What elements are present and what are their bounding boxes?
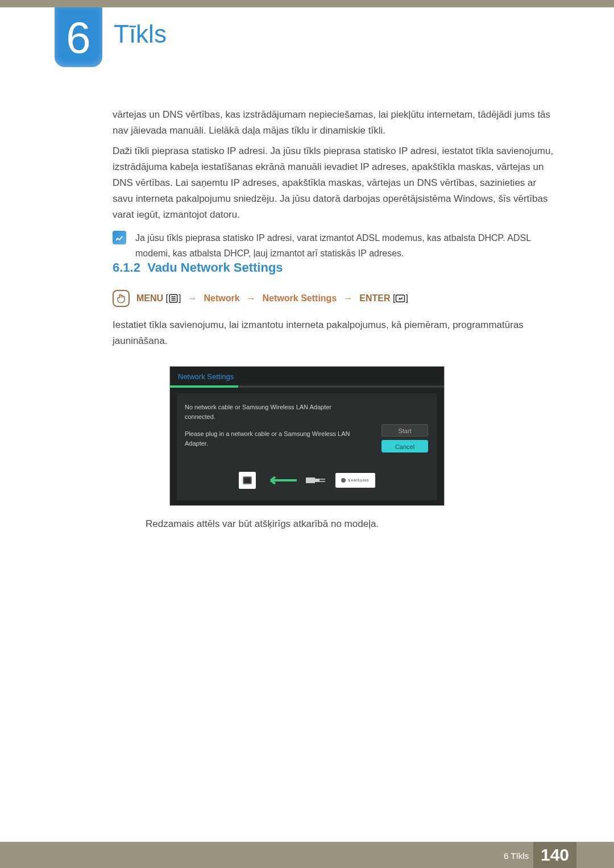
nav-network-settings-label: Network Settings [263, 293, 337, 304]
nav-menu-label: MENU [] [136, 293, 181, 304]
section-number: 6.1.2 [113, 260, 140, 275]
paragraph-1: vārtejas un DNS vērtības, kas izstrādāju… [113, 107, 557, 139]
ns-progress-bar [170, 385, 444, 388]
nav-network-label: Network [204, 293, 239, 304]
wireless-adapter-icon: SAMSUNG [335, 473, 375, 488]
note-text: Ja jūsu tīkls pieprasa statisko IP adres… [135, 231, 557, 261]
network-settings-screenshot: Network Settings No network cable or Sam… [169, 366, 445, 506]
ethernet-port-icon [239, 472, 256, 489]
image-caption: Redzamais attēls var būt atšķirīgs atkar… [146, 518, 379, 530]
chapter-badge: 6 [55, 7, 102, 67]
section-heading: 6.1.2 Vadu Network Settings [113, 260, 283, 275]
hand-icon [113, 290, 130, 307]
body-content: vārtejas un DNS vērtības, kas izstrādāju… [113, 107, 557, 261]
adapter-brand-label: SAMSUNG [348, 478, 369, 483]
page-number: 140 [541, 845, 569, 865]
ns-buttons: Start Cancel [381, 424, 428, 456]
paragraph-2: Daži tīkli pieprasa statisko IP adresi. … [113, 143, 557, 223]
arrow-left-icon [265, 475, 297, 486]
menu-glyph-icon [168, 293, 179, 304]
svg-rect-6 [315, 479, 320, 482]
page-number-box: 140 [533, 842, 576, 868]
paragraph-3: Iestatiet tīkla savienojumu, lai izmanto… [113, 317, 557, 349]
note-block: Ja jūsu tīkls pieprasa statisko IP adres… [113, 231, 557, 261]
plug-icon [306, 475, 326, 485]
ns-title: Network Settings [170, 367, 444, 385]
ns-message-2: Please plug in a network cable or a Sams… [185, 429, 355, 448]
ns-inner-panel: No network cable or Samsung Wireless LAN… [177, 393, 437, 500]
ns-message-1: No network cable or Samsung Wireless LAN… [185, 402, 355, 421]
nav-arrow-3: → [343, 293, 352, 304]
ns-diagram: SAMSUNG [177, 467, 437, 493]
section-title: Vadu Network Settings [147, 260, 283, 275]
enter-glyph-icon [395, 293, 405, 304]
nav-arrow-1: → [188, 293, 197, 304]
note-icon [113, 231, 126, 244]
top-bar [0, 0, 614, 7]
svg-rect-5 [306, 477, 315, 483]
ns-cancel-button[interactable]: Cancel [381, 440, 428, 452]
chapter-number: 6 [66, 15, 90, 60]
footer-chapter-label: 6 Tīkls [504, 851, 529, 861]
nav-enter-label: ENTER [] [359, 293, 408, 304]
ns-start-button[interactable]: Start [381, 424, 428, 437]
menu-path-row: MENU [] → Network → Network Settings → E… [113, 290, 557, 307]
chapter-title: Tīkls [114, 20, 167, 48]
nav-arrow-2: → [247, 293, 256, 304]
